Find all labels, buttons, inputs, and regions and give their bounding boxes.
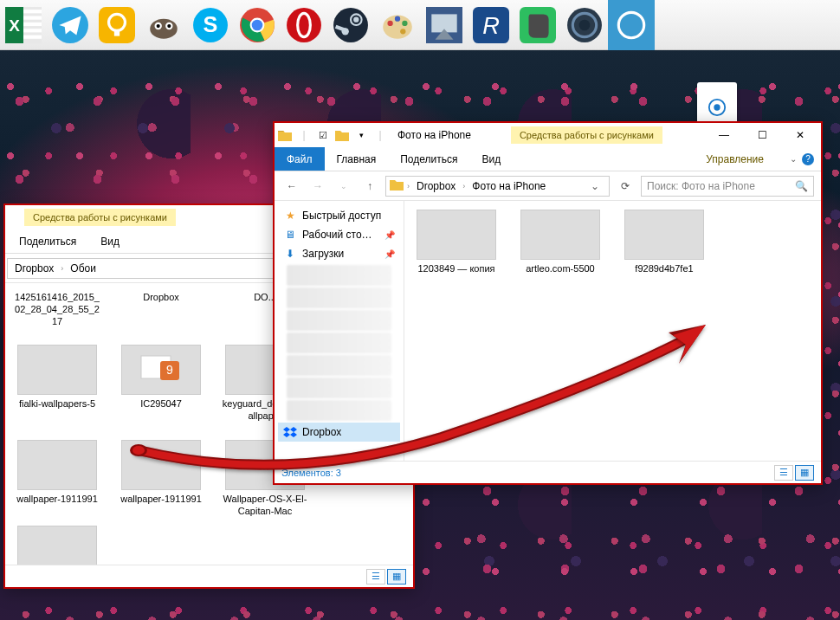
qat-properties-icon[interactable]: ☑ — [314, 126, 332, 144]
status-bar: Элементов: 3 ☰ ▦ — [275, 461, 821, 483]
refresh-button[interactable]: ⟳ — [615, 176, 636, 197]
taskbar-paint-icon[interactable] — [374, 0, 421, 50]
up-button[interactable]: ↑ — [359, 176, 380, 197]
breadcrumb-segment[interactable]: Обои — [67, 262, 100, 274]
nav-desktop[interactable]: 🖥Рабочий сто…📌 — [278, 225, 400, 244]
view-icons-button[interactable]: ▦ — [387, 569, 406, 584]
minimize-button[interactable]: — — [705, 123, 743, 147]
nav-blurred-item — [287, 378, 391, 398]
qat-dropdown-icon[interactable]: ▾ — [352, 126, 370, 144]
address-row: ← → ⌄ ↑ › Dropbox› Фото на iPhone ⌄ ⟳ По… — [275, 171, 821, 201]
tab-view[interactable]: Вид — [88, 229, 132, 253]
file-item[interactable]: 1203849 — копия — [413, 210, 500, 275]
taskbar-gimp-icon[interactable] — [140, 0, 187, 50]
file-item[interactable]: wallpapers-nature-1 — [14, 526, 100, 565]
contextual-tab-label: Средства работы с рисунками — [511, 126, 662, 144]
taskbar-tips-icon[interactable] — [94, 0, 140, 50]
breadcrumb-segment[interactable]: Dropbox — [413, 180, 459, 192]
view-details-button[interactable]: ☰ — [366, 569, 385, 584]
svg-text:S: S — [204, 12, 218, 36]
taskbar-evernote-icon[interactable] — [514, 0, 561, 50]
back-button[interactable]: ← — [281, 176, 302, 197]
nav-blurred-item — [287, 287, 391, 308]
svg-rect-4 — [23, 23, 42, 26]
view-details-button[interactable]: ☰ — [774, 465, 793, 481]
dropbox-icon — [283, 425, 297, 439]
nav-blurred-item — [287, 333, 391, 353]
tab-share[interactable]: Поделиться — [7, 229, 88, 253]
item-count: Элементов: 3 — [281, 468, 341, 478]
titlebar[interactable]: | ☑ ▾ | Фото на iPhone Средства работы с… — [275, 123, 821, 147]
recent-dropdown[interactable]: ⌄ — [333, 176, 354, 197]
pin-icon: 📌 — [384, 230, 395, 240]
file-item[interactable]: wallpaper-1911991 — [14, 440, 100, 518]
tab-manage[interactable]: Управление — [694, 147, 790, 171]
address-bar[interactable]: › Dropbox› Фото на iPhone ⌄ — [385, 176, 610, 197]
taskbar-rstudio-icon[interactable]: R — [468, 0, 514, 50]
svg-point-33 — [402, 21, 407, 26]
breadcrumb-segment[interactable]: Фото на iPhone — [468, 180, 549, 192]
svg-point-32 — [395, 16, 400, 22]
view-icons-button[interactable]: ▦ — [795, 465, 814, 481]
close-button[interactable]: ✕ — [781, 123, 819, 147]
svg-text:R: R — [482, 12, 500, 39]
svg-point-31 — [387, 21, 392, 26]
taskbar-excel-icon[interactable]: X — [0, 0, 47, 50]
tab-home[interactable]: Главная — [325, 147, 389, 171]
nav-dropbox[interactable]: Dropbox — [278, 423, 400, 442]
svg-point-16 — [167, 24, 171, 28]
taskbar-cortana-icon[interactable] — [608, 0, 655, 50]
file-list[interactable]: 1203849 — копия artleo.com-5500 f9289d4b… — [404, 201, 821, 461]
tab-share[interactable]: Поделиться — [388, 147, 469, 171]
svg-text:9: 9 — [166, 363, 173, 377]
svg-point-45 — [714, 104, 720, 110]
file-item[interactable]: 9IC295047 — [118, 345, 204, 423]
nav-blurred-item — [287, 265, 391, 286]
search-icon: 🔍 — [795, 180, 808, 192]
navigation-pane[interactable]: ★Быстрый доступ 🖥Рабочий сто…📌 ⬇Загрузки… — [275, 201, 404, 461]
nav-blurred-item — [287, 310, 391, 331]
svg-point-34 — [400, 29, 405, 34]
taskbar-obs-icon[interactable] — [561, 0, 608, 50]
nav-blurred-item — [287, 355, 391, 376]
taskbar-revo-icon[interactable] — [421, 0, 468, 50]
file-item[interactable]: artleo.com-5500 — [517, 210, 604, 275]
taskbar-steam-icon[interactable] — [327, 0, 374, 50]
folder-icon — [276, 126, 294, 144]
svg-point-12 — [150, 19, 178, 39]
svg-point-43 — [618, 12, 643, 37]
qat-separator: | — [295, 126, 313, 144]
svg-rect-6 — [23, 36, 42, 39]
taskbar-opera-icon[interactable] — [281, 0, 327, 50]
ribbon-expand-icon[interactable]: ⌄ — [790, 154, 797, 164]
forward-button[interactable]: → — [307, 176, 328, 197]
taskbar-skype-icon[interactable]: S — [187, 0, 234, 50]
svg-rect-2 — [23, 10, 42, 13]
file-item[interactable]: 1425161416_2015_02_28_04_28_55_217 — [14, 292, 100, 327]
search-placeholder: Поиск: Фото на iPhone — [647, 180, 755, 192]
nav-downloads[interactable]: ⬇Загрузки📌 — [278, 244, 400, 263]
svg-text:X: X — [9, 16, 20, 35]
help-icon[interactable]: ? — [802, 153, 814, 165]
taskbar-chrome-icon[interactable] — [234, 0, 281, 50]
qat-separator: | — [372, 126, 389, 144]
status-bar: ☰ ▦ — [5, 565, 413, 587]
tab-file[interactable]: Файл — [275, 147, 325, 171]
qat-newfolder-icon[interactable] — [333, 126, 351, 144]
taskbar-telegram-icon[interactable] — [47, 0, 94, 50]
nav-quick-access[interactable]: ★Быстрый доступ — [278, 206, 400, 225]
file-item[interactable]: fialki-wallpapers-5 — [14, 345, 100, 423]
address-dropdown-icon[interactable]: ⌄ — [585, 180, 605, 192]
file-item[interactable]: wallpaper-1911991 — [118, 440, 204, 518]
taskbar: X S R — [0, 0, 840, 50]
breadcrumb-segment[interactable]: Dropbox — [11, 262, 57, 274]
file-item[interactable]: Dropbox — [118, 292, 204, 327]
desktop-icon: 🖥 — [283, 228, 297, 242]
tab-view[interactable]: Вид — [469, 147, 513, 171]
file-item[interactable]: f9289d4b7fe1 — [621, 210, 708, 275]
svg-point-22 — [252, 20, 263, 31]
svg-rect-9 — [99, 7, 135, 43]
svg-point-25 — [333, 8, 368, 42]
search-input[interactable]: Поиск: Фото на iPhone 🔍 — [641, 176, 814, 197]
maximize-button[interactable]: ☐ — [743, 123, 781, 147]
